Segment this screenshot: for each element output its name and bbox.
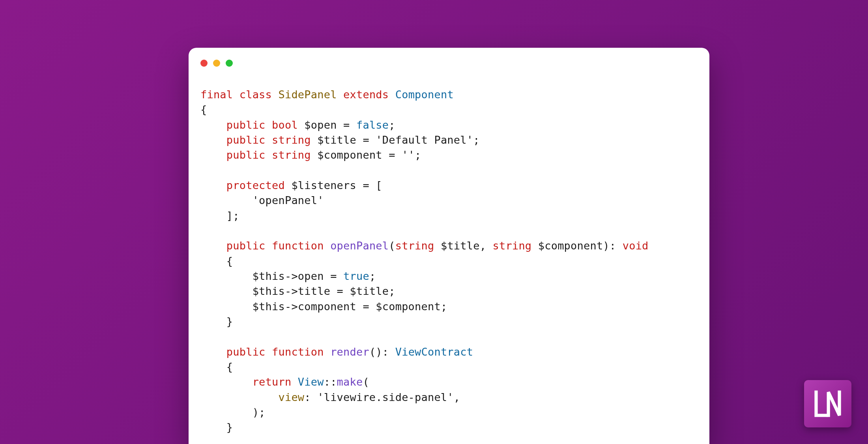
kw-class: class [239,88,272,101]
window-zoom-dot[interactable] [226,60,233,67]
kw-extends: extends [343,88,389,101]
cls-view: View [298,376,324,388]
fn-openpanel: openPanel [330,240,389,252]
str-default-panel: 'Default Panel' [376,134,473,146]
code-block: final class SidePanel extends Component … [189,79,709,435]
this: $this [253,270,285,282]
kw-return: return [253,376,292,388]
class-name: SidePanel [279,88,337,101]
type-bool: bool [272,119,298,131]
window-titlebar [189,48,709,79]
label-view: view [278,391,304,403]
str-openpanel: 'openPanel' [253,194,324,206]
var-component: $component [317,149,382,161]
window-minimize-dot[interactable] [213,60,220,67]
kw-public: public [226,119,266,131]
indent [200,119,226,131]
var-open: $open [304,119,337,131]
bool-false: false [356,119,389,131]
window-close-dot[interactable] [200,60,208,67]
parent-class: Component [395,88,454,101]
ret-viewcontract: ViewContract [395,346,473,358]
str-livewire: 'livewire.side-panel' [317,391,454,403]
kw-final: final [200,88,233,101]
fn-render: render [330,346,369,358]
brace: { [200,103,207,116]
kw-protected: protected [226,179,285,191]
logo-ln-icon [812,388,844,420]
fn-make: make [337,376,363,388]
ret-void: void [623,240,649,252]
var-title: $title [317,134,356,146]
code-window: final class SidePanel extends Component … [189,48,709,444]
kw-function: function [272,240,324,252]
stage: final class SidePanel extends Component … [0,0,868,444]
var-listeners: $listeners [291,179,356,191]
brand-logo [804,380,851,427]
